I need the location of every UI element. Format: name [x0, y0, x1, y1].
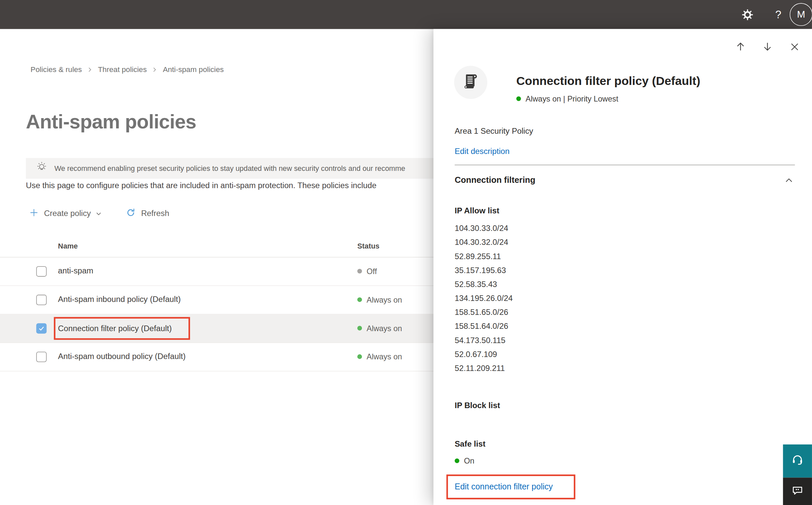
ip-entry: 52.11.209.211 — [455, 361, 513, 375]
status-label: Always on — [367, 295, 402, 304]
status-label: Off — [367, 267, 377, 276]
help-icon[interactable]: ? — [767, 3, 790, 26]
policy-description: Area 1 Security Policy — [455, 126, 533, 136]
status-dot — [517, 96, 521, 101]
status-badge: Always on — [357, 295, 402, 304]
chevron-down-icon — [95, 210, 102, 217]
plus-icon — [29, 207, 39, 219]
breadcrumb-threat-policies[interactable]: Threat policies — [98, 65, 147, 74]
page-title: Anti-spam policies — [26, 111, 196, 133]
ip-entry: 158.51.64.0/26 — [455, 319, 513, 333]
status-label: Always on — [367, 324, 402, 333]
ip-entry: 104.30.32.0/24 — [455, 235, 513, 249]
status-dot — [357, 326, 362, 330]
status-dot — [357, 297, 362, 302]
lightbulb-icon — [35, 161, 48, 176]
column-header-name[interactable]: Name — [58, 242, 78, 250]
ip-entry: 134.195.26.0/24 — [455, 291, 513, 305]
row-checkbox[interactable] — [36, 352, 46, 362]
refresh-button[interactable]: Refresh — [126, 207, 169, 219]
breadcrumb: Policies & rules Threat policies Anti-sp… — [30, 65, 224, 74]
annotation-box: Edit connection filter policy — [446, 475, 576, 499]
safe-list-status-text: On — [464, 456, 474, 465]
screen: ? M Policies & rules Threat policies Ant… — [0, 0, 812, 505]
ip-entry: 52.0.67.109 — [455, 347, 513, 361]
breadcrumb-anti-spam-policies[interactable]: Anti-spam policies — [163, 65, 224, 74]
details-flyout: Connection filter policy (Default) Alway… — [433, 29, 812, 505]
row-checkbox-checked[interactable] — [36, 323, 46, 333]
table-row-name: Anti-spam inbound policy (Default) — [58, 295, 181, 304]
flyout-title: Connection filter policy (Default) — [517, 74, 700, 88]
row-checkbox[interactable] — [36, 295, 46, 305]
gear-icon[interactable] — [736, 3, 759, 26]
ip-entry: 158.51.65.0/26 — [455, 305, 513, 319]
top-bar: ? M — [0, 0, 812, 29]
section-title-connection-filtering: Connection filtering — [455, 175, 535, 185]
status-dot — [357, 269, 362, 274]
edit-connection-filter-policy-link[interactable]: Edit connection filter policy — [455, 482, 553, 491]
refresh-icon — [126, 207, 136, 219]
status-label: Always on — [367, 352, 402, 361]
refresh-label: Refresh — [141, 209, 169, 218]
support-button[interactable] — [783, 445, 812, 478]
table-row-name: Anti-spam outbound policy (Default) — [58, 352, 186, 361]
ip-block-list-label: IP Block list — [455, 401, 500, 410]
ip-entry: 54.173.50.115 — [455, 333, 513, 347]
flyout-status-text: Always on | Priority Lowest — [526, 94, 618, 103]
ip-allow-list: 104.30.33.0/24 104.30.32.0/24 52.89.255.… — [455, 221, 513, 375]
table-row-name: anti-spam — [58, 266, 93, 276]
divider — [455, 165, 795, 165]
ip-allow-list-label: IP Allow list — [455, 206, 499, 215]
safe-list-status: On — [455, 456, 474, 465]
row-checkbox[interactable] — [36, 266, 46, 277]
scroll-icon — [461, 71, 480, 93]
edit-description-link[interactable]: Edit description — [455, 147, 510, 156]
flyout-nav — [735, 40, 801, 53]
status-badge: Always on — [357, 324, 402, 333]
status-dot — [455, 459, 459, 463]
avatar[interactable]: M — [790, 3, 812, 26]
policy-avatar — [454, 66, 487, 99]
app-window: ? M Policies & rules Threat policies Ant… — [0, 0, 812, 505]
status-badge: Always on — [357, 352, 402, 361]
create-policy-button[interactable]: Create policy — [29, 207, 102, 219]
command-bar: Create policy Refresh — [29, 205, 169, 222]
ip-entry: 52.89.255.11 — [455, 249, 513, 263]
flyout-status: Always on | Priority Lowest — [517, 94, 619, 103]
chat-icon — [791, 483, 804, 499]
headset-icon — [790, 453, 805, 469]
banner-text: We recommend enabling preset security po… — [54, 164, 405, 173]
create-policy-label: Create policy — [44, 209, 91, 218]
chevron-right-icon — [152, 67, 158, 72]
ip-entry: 52.58.35.43 — [455, 277, 513, 291]
move-up-icon[interactable] — [735, 40, 747, 53]
chevron-up-icon[interactable] — [784, 176, 794, 187]
table-row-name-annotated: Connection filter policy (Default) — [54, 317, 190, 340]
close-icon[interactable] — [788, 40, 800, 53]
breadcrumb-policies-rules[interactable]: Policies & rules — [30, 65, 82, 74]
status-dot — [357, 354, 362, 359]
ip-entry: 35.157.195.63 — [455, 263, 513, 277]
chevron-right-icon — [87, 67, 92, 72]
feedback-button[interactable] — [783, 478, 812, 505]
ip-entry: 104.30.33.0/24 — [455, 221, 513, 235]
column-header-status[interactable]: Status — [357, 242, 380, 250]
move-down-icon[interactable] — [761, 40, 774, 53]
safe-list-label: Safe list — [455, 439, 485, 449]
status-badge: Off — [357, 267, 377, 276]
